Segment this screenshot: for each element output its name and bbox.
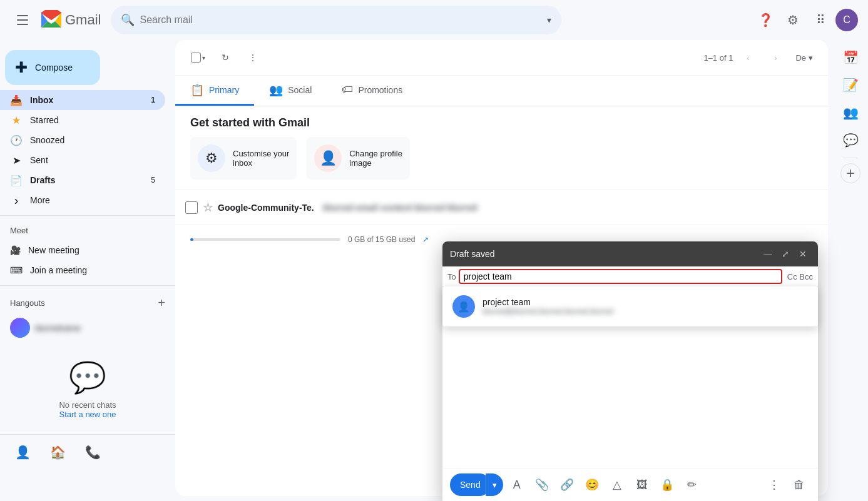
search-dropdown-icon[interactable]: ▾ [547, 15, 551, 25]
promotions-tab-label: Promotions [358, 85, 402, 95]
emoji-button[interactable]: 😊 [581, 473, 603, 496]
to-input-wrapper [459, 269, 782, 284]
ac-email: blurred@blurred.blurred.blurred.blurred [483, 307, 613, 316]
inbox-badge: 1 [151, 96, 155, 104]
select-all-checkbox[interactable]: ▾ [185, 45, 210, 70]
hangout-name: blurredname [35, 323, 81, 333]
discard-button[interactable]: 🗑 [788, 473, 810, 496]
sidebar-item-label: Inbox [30, 95, 143, 105]
search-input[interactable] [140, 14, 542, 26]
compose-header[interactable]: Draft saved — ⤢ ✕ [442, 241, 818, 266]
storage-bar-fill [190, 238, 193, 241]
cc-bcc-button[interactable]: Cc Bcc [782, 272, 813, 281]
no-chats-section: 💬 No recent chats Start a new one [0, 345, 175, 434]
phone-icon[interactable]: 📞 [80, 440, 105, 465]
hangouts-section: Hangouts + blurredname [0, 291, 175, 345]
next-page-button[interactable]: › [763, 45, 788, 70]
drive-button[interactable]: △ [606, 473, 628, 496]
get-started-cards: ⚙ Customise your inbox 👤 Change profile … [190, 137, 813, 180]
photo-icon: 👤 [314, 144, 342, 172]
rooms-icon[interactable]: 🏠 [45, 440, 70, 465]
page-info: 1–1 of 1 [703, 53, 733, 63]
tab-primary[interactable]: 📋 Primary [175, 76, 254, 106]
add-addon-button[interactable]: + [840, 163, 860, 183]
account-chip[interactable]: De ▾ [790, 51, 818, 65]
send-dropdown-button[interactable]: ▾ [486, 473, 503, 496]
sidebar-item-label: Snoozed [30, 135, 155, 145]
hamburger-menu[interactable] [10, 8, 35, 33]
storage-text: 0 GB of 15 GB used [348, 235, 415, 244]
minimize-button[interactable]: — [760, 246, 775, 261]
apps-button[interactable]: ⠿ [808, 8, 833, 33]
fullscreen-button[interactable]: ⤢ [778, 246, 793, 261]
email-checkbox[interactable] [185, 201, 198, 214]
drafts-icon: 📄 [10, 174, 23, 186]
change-photo-text: Change profile image [349, 149, 402, 168]
send-button[interactable]: Send [450, 473, 491, 496]
photo-button[interactable]: 🖼 [631, 473, 653, 496]
gmail-logo: Gmail [40, 9, 101, 31]
tasks-icon[interactable]: 📝 [838, 73, 863, 98]
select-all-input[interactable] [191, 53, 201, 63]
compose-button[interactable]: ✚ Compose [5, 50, 100, 85]
close-compose-button[interactable]: ✕ [795, 246, 810, 261]
no-chats-icon: 💬 [0, 360, 175, 395]
tabs: 📋 Primary 👥 Social 🏷 Promotions [175, 76, 828, 106]
search-bar[interactable]: 🔍 ▾ [111, 6, 561, 34]
more-options-footer-button[interactable]: ⋮ [763, 473, 785, 496]
signature-button[interactable]: ✏ [681, 473, 703, 496]
sidebar-item-snoozed[interactable]: 🕐 Snoozed [0, 130, 165, 150]
topbar: Gmail 🔍 ▾ ❓ ⚙ ⠿ C [0, 0, 868, 40]
drafts-badge: 5 [151, 176, 155, 185]
new-meeting-item[interactable]: 🎥 New meeting [0, 240, 175, 260]
refresh-button[interactable]: ↻ [213, 45, 238, 70]
get-started-section: Get started with Gmail ⚙ Customise your … [175, 106, 828, 190]
toolbar-right: 1–1 of 1 ‹ › De ▾ [703, 45, 818, 70]
add-hangout-icon[interactable]: + [158, 296, 165, 310]
new-meeting-icon: 🎥 [10, 245, 21, 255]
help-button[interactable]: ❓ [753, 8, 778, 33]
email-row[interactable]: ☆ Google-Community-Te. blurred email con… [175, 190, 828, 225]
compose-header-buttons: — ⤢ ✕ [760, 246, 810, 261]
lock-button[interactable]: 🔒 [656, 473, 678, 496]
body-input[interactable] [447, 310, 813, 460]
format-text-button[interactable]: A [506, 473, 528, 496]
calendar-icon[interactable]: 📅 [838, 45, 863, 70]
sidebar-item-drafts[interactable]: 📄 Drafts 5 [0, 170, 165, 190]
sidebar-item-inbox[interactable]: 📥 Inbox 1 [0, 90, 165, 110]
change-photo-card[interactable]: 👤 Change profile image [307, 137, 410, 180]
more-options-button[interactable]: ⋮ [240, 45, 265, 70]
autocomplete-dropdown: 👤 project team blurred@blurred.blurred.b… [442, 286, 818, 326]
join-meeting-icon: ⌨ [10, 265, 23, 275]
autocomplete-item[interactable]: 👤 project team blurred@blurred.blurred.b… [442, 289, 818, 324]
topbar-right: ❓ ⚙ ⠿ C [753, 8, 858, 33]
send-button-group: Send ▾ [450, 473, 503, 496]
link-button[interactable]: 🔗 [556, 473, 578, 496]
settings-button[interactable]: ⚙ [780, 8, 805, 33]
ac-info: project team blurred@blurred.blurred.blu… [483, 297, 613, 316]
to-input[interactable] [464, 271, 777, 281]
inbox-icon: 📥 [10, 94, 23, 106]
tab-social[interactable]: 👥 Social [254, 76, 327, 106]
right-sidebar: 📅 📝 👥 💬 + [833, 40, 868, 501]
chat-sidebar-icon[interactable]: 💬 [838, 128, 863, 153]
attach-button[interactable]: 📎 [531, 473, 553, 496]
compose-body-area [442, 305, 818, 468]
sidebar-item-more[interactable]: › More [0, 190, 165, 210]
hangout-user-item[interactable]: blurredname [10, 315, 165, 340]
start-chat-link[interactable]: Start a new one [0, 410, 175, 419]
sidebar-item-starred[interactable]: ★ Starred [0, 110, 165, 130]
contacts-icon[interactable]: 👤 [10, 440, 35, 465]
sidebar-divider-2 [0, 285, 175, 286]
customize-inbox-card[interactable]: ⚙ Customise your inbox [190, 137, 297, 180]
avatar[interactable]: C [835, 9, 858, 31]
tab-promotions[interactable]: 🏷 Promotions [327, 76, 417, 106]
contacts-sidebar-icon[interactable]: 👥 [838, 100, 863, 125]
prev-page-button[interactable]: ‹ [735, 45, 760, 70]
email-from: Google-Community-Te. [218, 203, 318, 213]
change-photo-line1: Change profile [349, 149, 402, 158]
sidebar-item-sent[interactable]: ➤ Sent [0, 150, 165, 170]
star-icon[interactable]: ☆ [203, 201, 213, 215]
join-meeting-item[interactable]: ⌨ Join a meeting [0, 260, 175, 280]
manage-storage-link[interactable]: ↗ [422, 235, 429, 244]
